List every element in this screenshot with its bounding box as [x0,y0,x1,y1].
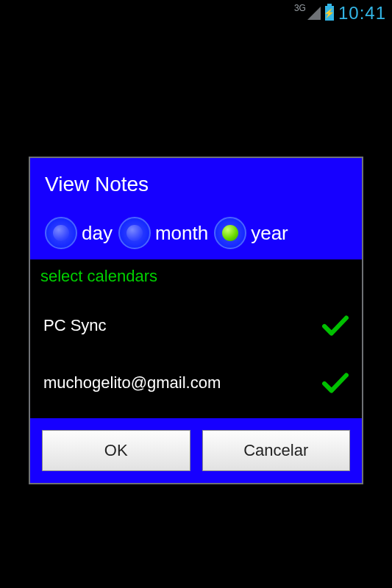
radio-icon [214,217,246,249]
dialog-footer: OK Cancelar [30,418,362,483]
dialog-body: select calendars PC Sync muchogelito@gma… [30,259,362,418]
calendar-item[interactable]: PC Sync [40,304,352,348]
network-type-label: 3G [294,3,306,13]
radio-day[interactable]: day [45,217,113,249]
radio-icon [45,217,77,249]
select-calendars-label: select calendars [40,267,352,286]
radio-label: month [155,222,208,245]
battery-charging-icon: ⚡ [325,6,334,21]
radio-label: day [82,222,113,245]
calendar-name: PC Sync [43,316,107,335]
radio-year[interactable]: year [214,217,288,249]
view-mode-radio-group: day month year [45,217,347,249]
radio-label: year [251,222,288,245]
radio-month[interactable]: month [118,217,208,249]
checkmark-icon [322,373,349,393]
dialog-title: View Notes [45,173,347,196]
ok-button[interactable]: OK [42,430,190,471]
status-bar: 3G ⚡ 10:41 [0,0,392,26]
clock-time: 10:41 [338,3,386,24]
signal-icon [307,7,321,20]
calendar-name: muchogelito@gmail.com [43,373,221,392]
dialog-header: View Notes day month year [30,158,362,259]
lightning-icon: ⚡ [324,9,335,18]
cancel-button[interactable]: Cancelar [202,430,351,471]
view-notes-dialog: View Notes day month year select calenda… [29,157,363,484]
radio-icon [118,217,151,249]
checkmark-icon [322,315,349,336]
calendar-item[interactable]: muchogelito@gmail.com [40,361,352,405]
